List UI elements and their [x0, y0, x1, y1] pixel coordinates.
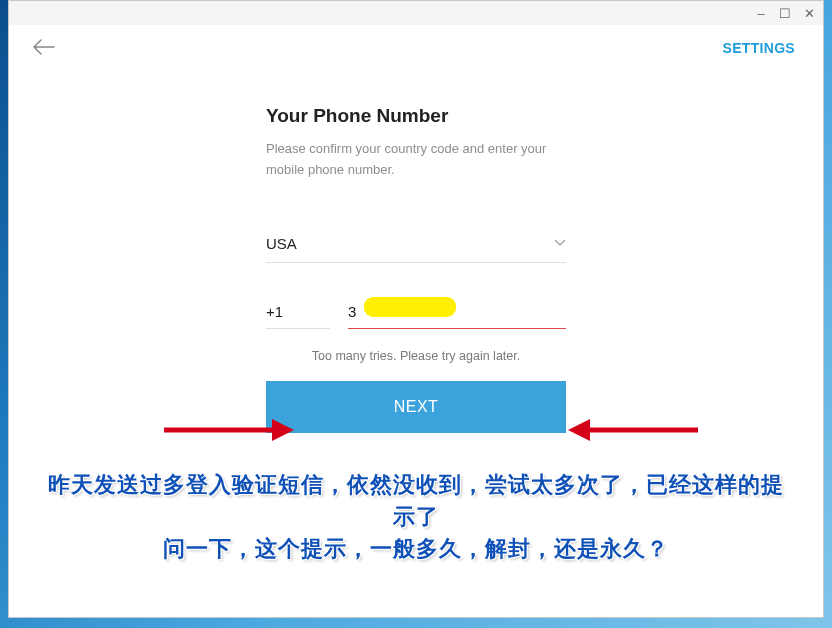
caption-line-1: 昨天发送过多登入验证短信，依然没收到，尝试太多次了，已经这样的提示了 [45, 469, 787, 533]
app-window: – ☐ ✕ SETTINGS Your Phone Number Please … [8, 0, 824, 618]
chevron-down-icon [554, 236, 566, 250]
error-message: Too many tries. Please try again later. [266, 349, 566, 363]
country-label: USA [266, 235, 297, 252]
login-form: Your Phone Number Please confirm your co… [266, 105, 566, 433]
country-select[interactable]: USA [266, 231, 566, 263]
page-subtitle: Please confirm your country code and ent… [266, 139, 566, 181]
annotation-arrow-right-icon [568, 417, 698, 443]
svg-marker-3 [568, 419, 590, 441]
titlebar: – ☐ ✕ [9, 1, 823, 25]
caption-line-2: 问一下，这个提示，一般多久，解封，还是永久？ [45, 533, 787, 565]
phone-input[interactable] [348, 299, 566, 329]
phone-row: +1 [266, 299, 566, 329]
close-button[interactable]: ✕ [801, 5, 817, 21]
dial-code-field[interactable]: +1 [266, 299, 330, 329]
settings-link[interactable]: SETTINGS [723, 40, 795, 56]
page-title: Your Phone Number [266, 105, 566, 127]
maximize-button[interactable]: ☐ [777, 5, 793, 21]
back-icon[interactable] [33, 35, 55, 61]
next-button[interactable]: NEXT [266, 381, 566, 433]
topbar: SETTINGS [9, 25, 823, 65]
annotation-caption: 昨天发送过多登入验证短信，依然没收到，尝试太多次了，已经这样的提示了 问一下，这… [9, 469, 823, 565]
minimize-button[interactable]: – [753, 5, 769, 21]
